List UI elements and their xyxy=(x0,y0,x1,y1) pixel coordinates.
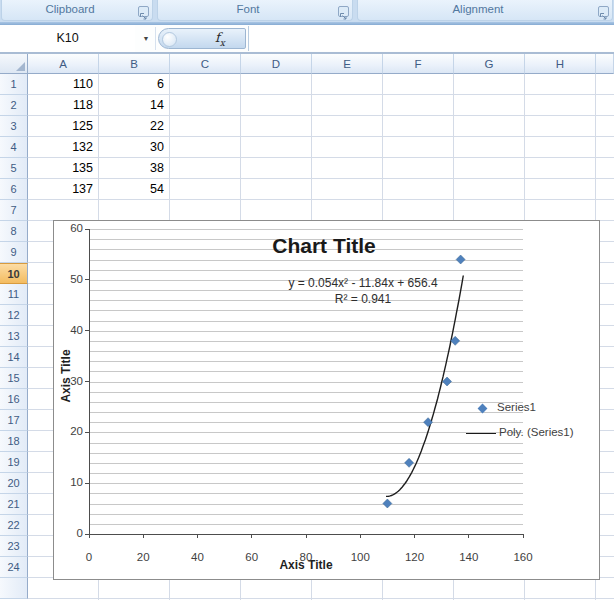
chart-object[interactable]: Chart Title y = 0.054x² - 11.84x + 656.4… xyxy=(53,220,600,580)
row-header-4[interactable]: 4 xyxy=(0,137,28,158)
excel-window: Clipboard Font Alignment K10 ▼ fx xyxy=(0,0,614,600)
x-tick-label-140[interactable]: 140 xyxy=(449,551,489,563)
formula-bar-separator xyxy=(248,26,249,51)
cell-A4[interactable]: 132 xyxy=(28,137,99,158)
x-tick-label-100[interactable]: 100 xyxy=(340,551,380,563)
row-header-20[interactable]: 20 xyxy=(0,473,28,494)
row-header-19[interactable]: 19 xyxy=(0,452,28,473)
column-header-f[interactable]: F xyxy=(383,54,454,74)
row-header-1[interactable]: 1 xyxy=(0,74,28,95)
formula-bar-row: K10 ▼ fx xyxy=(0,25,614,54)
column-header-g[interactable]: G xyxy=(454,54,525,74)
column-header-a[interactable]: A xyxy=(28,54,99,74)
insert-function-button[interactable]: fx xyxy=(158,28,246,49)
row-header-16[interactable]: 16 xyxy=(0,389,28,410)
y-tick-label-50[interactable]: 50 xyxy=(56,273,83,285)
row-header-12[interactable]: 12 xyxy=(0,305,28,326)
x-tick-label-40[interactable]: 40 xyxy=(178,551,218,563)
row-header-25[interactable] xyxy=(0,578,28,599)
ribbon-group-clipboard: Clipboard xyxy=(1,0,153,21)
ribbon-strip: Clipboard Font Alignment xyxy=(0,0,614,22)
dialog-launcher-icon[interactable] xyxy=(338,6,349,17)
select-all-corner[interactable] xyxy=(0,54,28,74)
cell-B4[interactable]: 30 xyxy=(99,137,170,158)
row-header-7[interactable]: 7 xyxy=(0,200,28,221)
row-header-5[interactable]: 5 xyxy=(0,158,28,179)
column-header-partial[interactable] xyxy=(596,54,614,74)
formula-input[interactable] xyxy=(250,25,614,51)
ribbon-group-alignment: Alignment xyxy=(357,0,613,21)
name-box-separator xyxy=(155,27,156,50)
fx-icon: fx xyxy=(215,30,225,48)
data-point-marker[interactable] xyxy=(443,377,452,386)
x-tick-label-160[interactable]: 160 xyxy=(503,551,543,563)
y-tick-label-60[interactable]: 60 xyxy=(56,222,83,234)
chart-plot-area[interactable] xyxy=(54,221,599,579)
data-point-marker[interactable] xyxy=(405,458,414,467)
row-header-10[interactable]: 10 xyxy=(0,263,28,284)
cell-A3[interactable]: 125 xyxy=(28,116,99,137)
row-header-3[interactable]: 3 xyxy=(0,116,28,137)
y-tick-label-30[interactable]: 30 xyxy=(56,375,83,387)
select-all-triangle-icon xyxy=(16,62,25,71)
cell-A6[interactable]: 137 xyxy=(28,179,99,200)
column-header-c[interactable]: C xyxy=(170,54,241,74)
cell-A1[interactable]: 110 xyxy=(28,74,99,95)
legend-trendline-label[interactable]: Poly. (Series1) xyxy=(499,426,574,438)
dialog-launcher-icon[interactable] xyxy=(138,6,149,17)
y-tick-label-0[interactable]: 0 xyxy=(56,527,83,539)
row-header-21[interactable]: 21 xyxy=(0,494,28,515)
name-box[interactable]: K10 xyxy=(0,25,135,52)
y-tick-label-20[interactable]: 20 xyxy=(56,425,83,437)
column-header-b[interactable]: B xyxy=(99,54,170,74)
row-header-11[interactable]: 11 xyxy=(0,284,28,305)
legend-series1-label[interactable]: Series1 xyxy=(497,401,536,413)
worksheet-grid[interactable]: ABCDEFGH 1234567891011121314151617181920… xyxy=(0,54,614,600)
cell-B3[interactable]: 22 xyxy=(99,116,170,137)
chart-title[interactable]: Chart Title xyxy=(149,234,499,258)
x-tick-label-0[interactable]: 0 xyxy=(69,551,109,563)
ribbon-group-clipboard-label: Clipboard xyxy=(2,3,138,15)
ribbon-group-font-label: Font xyxy=(158,3,338,15)
column-header-d[interactable]: D xyxy=(241,54,312,74)
row-header-17[interactable]: 17 xyxy=(0,410,28,431)
row-header-8[interactable]: 8 xyxy=(0,221,28,242)
column-header-h[interactable]: H xyxy=(525,54,596,74)
row-header-13[interactable]: 13 xyxy=(0,326,28,347)
row-header-9[interactable]: 9 xyxy=(0,242,28,263)
row-header-22[interactable]: 22 xyxy=(0,515,28,536)
row-header-6[interactable]: 6 xyxy=(0,179,28,200)
row-header-14[interactable]: 14 xyxy=(0,347,28,368)
cell-A5[interactable]: 135 xyxy=(28,158,99,179)
fx-button-ornament xyxy=(162,32,177,47)
ribbon-group-font: Font xyxy=(157,0,353,21)
row-header-15[interactable]: 15 xyxy=(0,368,28,389)
row-header-2[interactable]: 2 xyxy=(0,95,28,116)
x-tick-label-60[interactable]: 60 xyxy=(232,551,272,563)
row-header-23[interactable]: 23 xyxy=(0,536,28,557)
cell-B1[interactable]: 6 xyxy=(99,74,170,95)
cell-B6[interactable]: 54 xyxy=(99,179,170,200)
x-tick-label-80[interactable]: 80 xyxy=(286,551,326,563)
column-header-e[interactable]: E xyxy=(312,54,383,74)
x-tick-label-120[interactable]: 120 xyxy=(395,551,435,563)
x-tick-label-20[interactable]: 20 xyxy=(123,551,163,563)
name-box-dropdown-icon[interactable]: ▼ xyxy=(138,25,154,52)
ribbon-group-alignment-label: Alignment xyxy=(358,3,598,15)
cell-B2[interactable]: 14 xyxy=(99,95,170,116)
row-header-18[interactable]: 18 xyxy=(0,431,28,452)
y-tick-label-40[interactable]: 40 xyxy=(56,324,83,336)
trendline-equation-label[interactable]: y = 0.054x² - 11.84x + 656.4 xyxy=(188,276,538,290)
legend-trendline-sample-icon xyxy=(466,433,496,434)
data-point-marker[interactable] xyxy=(383,499,392,508)
dialog-launcher-icon[interactable] xyxy=(598,6,609,17)
row-header-24[interactable]: 24 xyxy=(0,557,28,578)
y-tick-label-10[interactable]: 10 xyxy=(56,476,83,488)
trendline-r-squared-label[interactable]: R² = 0.941 xyxy=(188,292,538,306)
cell-A2[interactable]: 118 xyxy=(28,95,99,116)
cell-B5[interactable]: 38 xyxy=(99,158,170,179)
